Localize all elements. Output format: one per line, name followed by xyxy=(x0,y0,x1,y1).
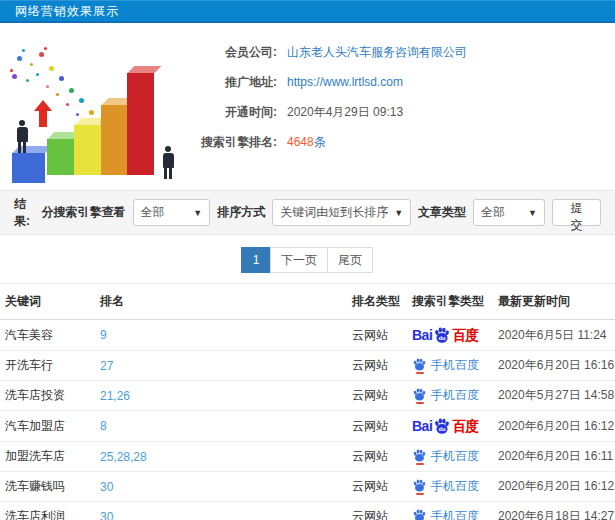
header-rank-type: 排名类型 xyxy=(347,284,407,320)
rank-type-cell: 云网站 xyxy=(347,502,407,520)
engine-cell: Bai du 百度 xyxy=(407,502,493,520)
info-row-open-time: 开通时间: 2020年4月29日 09:13 xyxy=(182,97,615,127)
rank-link[interactable]: 30 xyxy=(100,480,113,494)
table-header-row: 关键词 排名 排名类型 搜索引擎类型 最新更新时间 xyxy=(0,284,615,320)
table-row: 加盟洗车店 25,28,28 云网站 Bai du 百度 xyxy=(0,442,615,472)
rank-link[interactable]: 21,26 xyxy=(100,389,130,403)
engine-filter-select[interactable]: 全部 ▼ xyxy=(133,199,211,226)
rank-type-cell: 云网站 xyxy=(347,442,407,472)
open-time-label: 开通时间: xyxy=(182,104,277,121)
updated-cell: 2020年6月18日 14:27 xyxy=(493,502,615,520)
rank-cell: 25,28,28 xyxy=(95,442,347,472)
rank-cell: 9 xyxy=(95,320,347,351)
sort-select[interactable]: 关键词由短到长排序 ▼ xyxy=(272,199,411,226)
company-link[interactable]: 山东老人头汽车服务咨询有限公司 xyxy=(287,45,467,59)
mobile-baidu-paw-icon xyxy=(412,357,427,371)
mobile-baidu-logo: 手机百度 xyxy=(412,478,479,495)
engine-filter-label: 分搜索引擎查看 xyxy=(42,204,126,221)
mobile-baidu-logo: 手机百度 xyxy=(412,357,479,374)
mobile-baidu-paw-icon xyxy=(412,508,427,520)
keyword-cell: 洗车店投资 xyxy=(0,381,95,411)
updated-cell: 2020年6月20日 16:11 xyxy=(493,442,615,472)
baidu-paw-icon: du xyxy=(433,417,451,435)
rank-count-suffix: 条 xyxy=(314,135,326,149)
pagination-next[interactable]: 下一页 xyxy=(270,247,328,273)
table-row: 洗车店利润 30 云网站 Bai du 百度 xyxy=(0,502,615,520)
filter-bar: 结果: 分搜索引擎查看 全部 ▼ 排序方式 关键词由短到长排序 ▼ 文章类型 全… xyxy=(0,190,615,235)
table-row: 汽车加盟店 8 云网站 Bai du 百度 xyxy=(0,411,615,442)
illustration-bar-orange xyxy=(101,105,127,175)
mobile-baidu-paw-icon xyxy=(412,448,427,462)
header-rank: 排名 xyxy=(95,284,347,320)
app-header: 网络营销效果展示 xyxy=(0,0,615,23)
keyword-cell: 加盟洗车店 xyxy=(0,442,95,472)
submit-button[interactable]: 提交 xyxy=(552,199,601,226)
article-type-select[interactable]: 全部 ▼ xyxy=(473,199,545,226)
header-keyword: 关键词 xyxy=(0,284,95,320)
engine-cell: Bai du 百度 xyxy=(407,411,493,442)
illustration-bar-yellow xyxy=(74,125,101,175)
summary-section: 会员公司: 山东老人头汽车服务咨询有限公司 推广地址: https://www.… xyxy=(0,23,615,190)
pagination-page-1[interactable]: 1 xyxy=(241,247,271,273)
info-row-rank-count: 搜索引擎排名: 4648条 xyxy=(182,127,615,157)
mobile-baidu-logo: 手机百度 xyxy=(412,508,479,520)
rank-type-cell: 云网站 xyxy=(347,381,407,411)
chevron-down-icon: ▼ xyxy=(388,208,403,218)
updated-cell: 2020年6月5日 11:24 xyxy=(493,320,615,351)
engine-cell: Bai du 百度 xyxy=(407,381,493,411)
pagination-last[interactable]: 尾页 xyxy=(327,247,373,273)
mobile-baidu-paw-icon xyxy=(412,387,427,401)
mobile-baidu-label: 手机百度 xyxy=(431,357,479,374)
mobile-baidu-label: 手机百度 xyxy=(431,478,479,495)
rank-link[interactable]: 9 xyxy=(100,328,107,342)
rank-link[interactable]: 25,28,28 xyxy=(100,450,147,464)
mobile-baidu-redline xyxy=(416,463,424,465)
rank-link[interactable]: 27 xyxy=(100,359,113,373)
table-row: 洗车店投资 21,26 云网站 Bai du 百度 xyxy=(0,381,615,411)
updated-cell: 2020年6月20日 16:12 xyxy=(493,472,615,502)
mobile-baidu-label: 手机百度 xyxy=(431,387,479,404)
rank-link[interactable]: 8 xyxy=(100,419,107,433)
promo-url-label: 推广地址: xyxy=(182,74,277,91)
company-label: 会员公司: xyxy=(182,44,277,61)
keyword-cell: 汽车美容 xyxy=(0,320,95,351)
mobile-baidu-redline xyxy=(416,372,424,374)
confetti-dots xyxy=(10,69,13,72)
up-arrow-icon xyxy=(34,100,52,127)
page-title: 网络营销效果展示 xyxy=(15,3,119,20)
pagination: 1 下一页 尾页 xyxy=(0,235,615,283)
updated-cell: 2020年6月20日 16:16 xyxy=(493,351,615,381)
illustration-bar-red xyxy=(127,73,154,175)
keyword-cell: 开洗车行 xyxy=(0,351,95,381)
rank-link[interactable]: 30 xyxy=(100,510,113,520)
rank-type-cell: 云网站 xyxy=(347,472,407,502)
baidu-paw-icon: du xyxy=(433,326,451,344)
table-row: 洗车赚钱吗 30 云网站 Bai du 百度 xyxy=(0,472,615,502)
engine-cell: Bai du 百度 xyxy=(407,442,493,472)
keyword-cell: 洗车赚钱吗 xyxy=(0,472,95,502)
rank-count-label: 搜索引擎排名: xyxy=(182,134,277,151)
article-type-value: 全部 xyxy=(481,204,505,221)
rank-cell: 30 xyxy=(95,472,347,502)
keyword-cell: 汽车加盟店 xyxy=(0,411,95,442)
table-row: 开洗车行 27 云网站 Bai du 百度 xyxy=(0,351,615,381)
sort-value: 关键词由短到长排序 xyxy=(280,204,388,221)
article-type-label: 文章类型 xyxy=(418,204,466,221)
rank-type-cell: 云网站 xyxy=(347,411,407,442)
promo-url-link[interactable]: https://www.lrtlsd.com xyxy=(287,75,403,89)
mobile-baidu-logo: 手机百度 xyxy=(412,448,479,465)
businessman-figure-left xyxy=(14,120,30,153)
mobile-baidu-label: 手机百度 xyxy=(431,448,479,465)
sort-label: 排序方式 xyxy=(217,204,265,221)
result-label: 结果: xyxy=(14,196,42,230)
rank-cell: 8 xyxy=(95,411,347,442)
rank-type-cell: 云网站 xyxy=(347,320,407,351)
mobile-baidu-paw-icon xyxy=(412,478,427,492)
engine-filter-value: 全部 xyxy=(141,204,165,221)
engine-cell: Bai du 百度 xyxy=(407,351,493,381)
svg-text:du: du xyxy=(439,426,447,432)
chevron-down-icon: ▼ xyxy=(187,208,202,218)
mobile-baidu-label: 手机百度 xyxy=(431,508,479,520)
engine-cell: Bai du 百度 xyxy=(407,472,493,502)
rank-count-value: 4648条 xyxy=(287,134,615,151)
